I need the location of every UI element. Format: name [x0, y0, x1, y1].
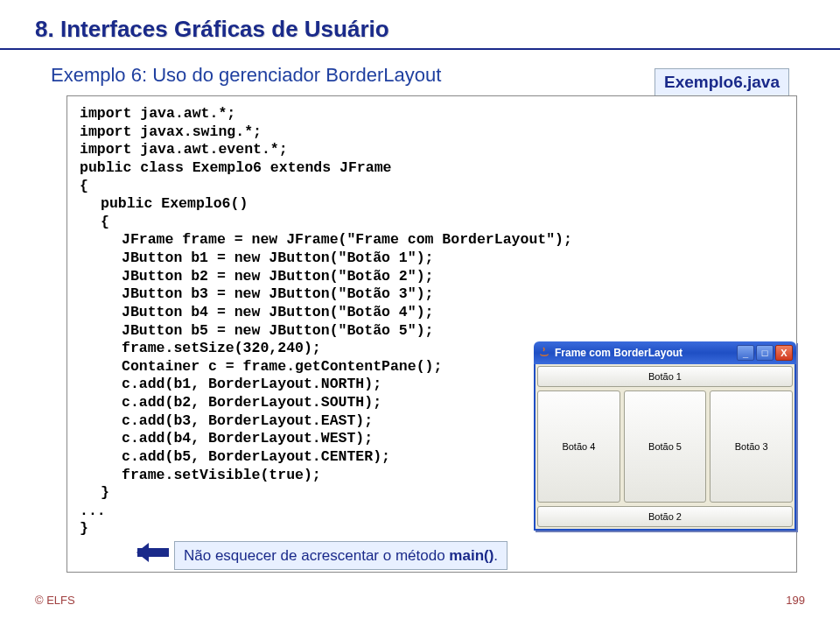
swing-window-mock: Frame com BorderLayout _ □ X Botão 1 Bot…	[534, 341, 796, 531]
code-line: JButton b1 = new JButton("Botão 1");	[80, 250, 784, 268]
center-row: Botão 4 Botão 5 Botão 3	[536, 389, 794, 504]
code-line: JFrame frame = new JFrame("Frame com Bor…	[80, 231, 784, 250]
window-body: Botão 1 Botão 4 Botão 5 Botão 3 Botão 2	[534, 364, 796, 531]
page-number: 199	[786, 594, 805, 607]
code-line: JButton b2 = new JButton("Botão 2");	[80, 268, 784, 286]
code-line: JButton b3 = new JButton("Botão 3");	[80, 285, 784, 304]
note-box: Não esquecer de acrescentar o método mai…	[174, 541, 508, 570]
note-bold: main()	[449, 547, 494, 564]
heading-rule	[0, 48, 840, 50]
window-titlebar[interactable]: Frame com BorderLayout _ □ X	[534, 341, 796, 364]
code-line: {	[80, 178, 784, 196]
close-button[interactable]: X	[775, 345, 793, 361]
code-line: JButton b4 = new JButton("Botão 4");	[80, 304, 784, 322]
section-heading: 8. Interfaces Gráficas de Usuário	[35, 16, 805, 43]
window-control-buttons: _ □ X	[737, 345, 793, 361]
code-line: public Exemplo6()	[80, 195, 784, 214]
maximize-button[interactable]: □	[756, 345, 774, 361]
code-line: {	[80, 214, 784, 232]
note-suffix: .	[494, 547, 498, 564]
code-line: public class Exemplo6 extends JFrame	[80, 159, 784, 178]
java-cup-icon	[537, 346, 551, 360]
east-button[interactable]: Botão 3	[710, 390, 793, 503]
note-text: Não esquecer de acrescentar o método	[184, 547, 449, 564]
center-button[interactable]: Botão 5	[624, 390, 707, 503]
code-line: import java.awt.*;	[80, 105, 784, 123]
south-button[interactable]: Botão 2	[537, 506, 793, 527]
code-line: import java.awt.event.*;	[80, 141, 784, 159]
north-button[interactable]: Botão 1	[537, 366, 793, 387]
code-line: import javax.swing.*;	[80, 123, 784, 142]
note-arrow-icon	[137, 548, 169, 557]
west-button[interactable]: Botão 4	[537, 390, 620, 503]
footer-copyright: © ELFS	[35, 594, 75, 607]
minimize-button[interactable]: _	[737, 345, 754, 361]
code-line: JButton b5 = new JButton("Botão 5");	[80, 322, 784, 341]
source-file-tag: Exemplo6.java	[654, 68, 789, 96]
window-title: Frame com BorderLayout	[555, 347, 737, 359]
slide: 8. Interfaces Gráficas de Usuário Exempl…	[0, 0, 840, 619]
